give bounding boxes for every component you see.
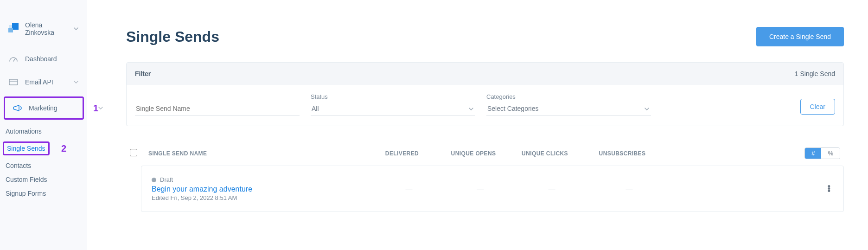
select-all-checkbox[interactable] bbox=[130, 149, 137, 156]
categories-select[interactable]: Select Categories bbox=[486, 102, 651, 115]
annotation-number: 2 bbox=[61, 143, 66, 154]
main-content: Single Sends Create a Single Send Filter… bbox=[87, 0, 868, 250]
brand-logo-icon bbox=[8, 23, 19, 34]
cell-unsubscribes: — bbox=[587, 185, 671, 193]
gauge-icon bbox=[8, 54, 19, 64]
sidebar-item-email-api[interactable]: Email API bbox=[0, 71, 87, 94]
toggle-hash-button[interactable]: # bbox=[805, 148, 821, 159]
filter-panel: Filter 1 Single Send Status All bbox=[126, 62, 844, 126]
sidebar-item-signup-forms[interactable]: Signup Forms bbox=[6, 186, 87, 200]
cell-clicks: — bbox=[516, 185, 587, 193]
column-header-unsubscribes: UNSUBSCRIBES bbox=[581, 150, 664, 157]
sidebar-item-custom-fields[interactable]: Custom Fields bbox=[6, 173, 87, 186]
status-dot-icon bbox=[152, 178, 156, 182]
single-send-title-link[interactable]: Begin your amazing adventure bbox=[152, 185, 373, 193]
create-single-send-button[interactable]: Create a Single Send bbox=[756, 27, 844, 46]
sidebar-item-single-sends[interactable]: Single Sends 2 bbox=[6, 138, 87, 159]
categories-filter-label: Categories bbox=[486, 93, 651, 100]
page-title: Single Sends bbox=[126, 28, 219, 45]
sidebar: Olena Zinkovska Dashboard Email API bbox=[0, 0, 87, 250]
card-icon bbox=[8, 77, 19, 87]
edited-timestamp: Edited Fri, Sep 2, 2022 8:51 AM bbox=[152, 194, 373, 201]
clear-filters-button[interactable]: Clear bbox=[800, 99, 835, 115]
sidebar-item-automations[interactable]: Automations bbox=[6, 124, 87, 138]
status-badge: Draft bbox=[152, 176, 373, 183]
svg-line-0 bbox=[13, 58, 15, 61]
chevron-down-icon bbox=[74, 81, 78, 83]
status-text: Draft bbox=[160, 176, 173, 183]
sidebar-item-label: Contacts bbox=[6, 162, 31, 169]
single-send-row: Draft Begin your amazing adventure Edite… bbox=[141, 166, 844, 212]
column-header-name: SINGLE SEND NAME bbox=[148, 150, 366, 157]
cell-delivered: — bbox=[373, 185, 445, 193]
sidebar-item-label: Single Sends bbox=[7, 145, 45, 152]
filter-heading: Filter bbox=[135, 70, 151, 77]
sidebar-item-label: Automations bbox=[6, 128, 42, 135]
metric-format-toggle: # % bbox=[804, 147, 840, 159]
chevron-down-icon bbox=[74, 27, 78, 30]
account-switcher[interactable]: Olena Zinkovska bbox=[0, 8, 87, 47]
categories-select-value: Select Categories bbox=[487, 105, 539, 112]
megaphone-icon bbox=[12, 103, 22, 113]
sidebar-item-contacts[interactable]: Contacts bbox=[6, 159, 87, 173]
chevron-down-icon bbox=[98, 107, 103, 109]
column-header-clicks: UNIQUE CLICKS bbox=[509, 150, 581, 157]
cell-opens: — bbox=[445, 185, 516, 193]
column-header-delivered: DELIVERED bbox=[366, 150, 438, 157]
sidebar-item-dashboard[interactable]: Dashboard bbox=[0, 47, 87, 71]
sidebar-item-label: Email API bbox=[25, 78, 53, 86]
status-select[interactable]: All bbox=[311, 102, 475, 115]
column-header-opens: UNIQUE OPENS bbox=[438, 150, 509, 157]
sidebar-item-marketing[interactable]: Marketing 1 bbox=[4, 96, 84, 120]
row-actions-menu[interactable]: ••• bbox=[825, 186, 833, 192]
annotation-number: 1 bbox=[93, 103, 98, 114]
toggle-percent-button[interactable]: % bbox=[821, 148, 840, 159]
sidebar-item-label: Signup Forms bbox=[6, 190, 46, 197]
single-send-name-input[interactable] bbox=[135, 102, 300, 115]
marketing-subnav: Automations Single Sends 2 Contacts Cust… bbox=[0, 122, 87, 200]
filter-result-count: 1 Single Send bbox=[795, 70, 835, 77]
sidebar-item-label: Custom Fields bbox=[6, 176, 47, 183]
status-select-value: All bbox=[312, 105, 319, 112]
account-name: Olena Zinkovska bbox=[25, 21, 71, 36]
status-filter-label: Status bbox=[311, 93, 475, 100]
svg-rect-1 bbox=[9, 79, 18, 85]
sidebar-item-label: Dashboard bbox=[25, 55, 57, 63]
sidebar-item-label: Marketing bbox=[29, 104, 57, 112]
table-header-row: SINGLE SEND NAME DELIVERED UNIQUE OPENS … bbox=[126, 147, 844, 166]
